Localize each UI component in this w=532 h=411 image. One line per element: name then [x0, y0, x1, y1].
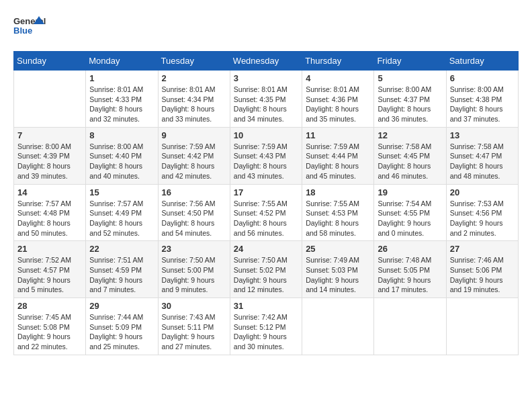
weekday-header: Friday	[374, 52, 446, 71]
day-number: 21	[17, 244, 82, 254]
day-info: Sunrise: 7:57 AM Sunset: 4:48 PM Dayligh…	[17, 199, 82, 238]
svg-text:Blue: Blue	[13, 26, 32, 36]
calendar-cell: 20Sunrise: 7:53 AM Sunset: 4:56 PM Dayli…	[446, 184, 518, 241]
day-number: 25	[306, 244, 370, 254]
calendar-cell	[374, 298, 446, 355]
calendar-cell: 15Sunrise: 7:57 AM Sunset: 4:49 PM Dayli…	[86, 184, 158, 241]
day-number: 12	[378, 130, 442, 140]
day-number: 26	[378, 244, 442, 254]
day-info: Sunrise: 8:01 AM Sunset: 4:34 PM Dayligh…	[162, 85, 226, 124]
calendar-cell: 12Sunrise: 7:58 AM Sunset: 4:45 PM Dayli…	[374, 127, 446, 184]
day-info: Sunrise: 7:50 AM Sunset: 5:00 PM Dayligh…	[162, 255, 226, 295]
calendar-cell: 26Sunrise: 7:48 AM Sunset: 5:05 PM Dayli…	[374, 241, 446, 298]
day-info: Sunrise: 8:00 AM Sunset: 4:40 PM Dayligh…	[89, 142, 154, 181]
day-number: 23	[162, 244, 226, 254]
calendar-cell: 2Sunrise: 8:01 AM Sunset: 4:34 PM Daylig…	[158, 71, 230, 128]
day-number: 15	[89, 187, 154, 197]
weekday-header: Sunday	[14, 52, 86, 71]
calendar-cell: 3Sunrise: 8:01 AM Sunset: 4:35 PM Daylig…	[230, 71, 302, 128]
calendar-cell: 24Sunrise: 7:50 AM Sunset: 5:02 PM Dayli…	[230, 241, 302, 298]
calendar-cell: 18Sunrise: 7:55 AM Sunset: 4:53 PM Dayli…	[302, 184, 374, 241]
day-info: Sunrise: 7:51 AM Sunset: 4:59 PM Dayligh…	[89, 255, 154, 295]
weekday-header: Wednesday	[230, 52, 302, 71]
day-number: 24	[234, 244, 298, 254]
day-info: Sunrise: 7:56 AM Sunset: 4:50 PM Dayligh…	[162, 199, 226, 238]
calendar-cell: 13Sunrise: 7:58 AM Sunset: 4:47 PM Dayli…	[446, 127, 518, 184]
calendar-cell: 16Sunrise: 7:56 AM Sunset: 4:50 PM Dayli…	[158, 184, 230, 241]
day-info: Sunrise: 7:58 AM Sunset: 4:45 PM Dayligh…	[378, 142, 442, 181]
day-number: 10	[234, 130, 298, 140]
day-info: Sunrise: 8:01 AM Sunset: 4:36 PM Dayligh…	[306, 85, 370, 124]
calendar-cell: 10Sunrise: 7:59 AM Sunset: 4:43 PM Dayli…	[230, 127, 302, 184]
day-info: Sunrise: 7:59 AM Sunset: 4:42 PM Dayligh…	[162, 142, 226, 181]
weekday-header: Thursday	[302, 52, 374, 71]
calendar-cell: 5Sunrise: 8:00 AM Sunset: 4:37 PM Daylig…	[374, 71, 446, 128]
day-info: Sunrise: 7:52 AM Sunset: 4:57 PM Dayligh…	[17, 255, 82, 295]
day-number: 2	[162, 73, 226, 83]
day-number: 19	[378, 187, 442, 197]
day-number: 13	[450, 130, 515, 140]
day-info: Sunrise: 7:43 AM Sunset: 5:11 PM Dayligh…	[162, 312, 226, 352]
day-number: 7	[17, 130, 82, 140]
day-number: 8	[89, 130, 154, 140]
day-number: 27	[450, 244, 515, 254]
day-number: 3	[234, 73, 298, 83]
calendar-cell: 6Sunrise: 8:00 AM Sunset: 4:38 PM Daylig…	[446, 71, 518, 128]
calendar-table: SundayMondayTuesdayWednesdayThursdayFrid…	[13, 51, 519, 355]
day-number: 14	[17, 187, 82, 197]
calendar-cell: 25Sunrise: 7:49 AM Sunset: 5:03 PM Dayli…	[302, 241, 374, 298]
day-info: Sunrise: 8:00 AM Sunset: 4:39 PM Dayligh…	[17, 142, 82, 181]
calendar-week-row: 14Sunrise: 7:57 AM Sunset: 4:48 PM Dayli…	[14, 184, 519, 241]
calendar-cell: 8Sunrise: 8:00 AM Sunset: 4:40 PM Daylig…	[86, 127, 158, 184]
calendar-week-row: 1Sunrise: 8:01 AM Sunset: 4:33 PM Daylig…	[14, 71, 519, 128]
day-number: 16	[162, 187, 226, 197]
day-number: 30	[162, 301, 226, 311]
day-info: Sunrise: 8:01 AM Sunset: 4:33 PM Dayligh…	[89, 85, 154, 124]
calendar-cell	[446, 298, 518, 355]
day-info: Sunrise: 7:42 AM Sunset: 5:12 PM Dayligh…	[234, 312, 298, 352]
day-info: Sunrise: 7:53 AM Sunset: 4:56 PM Dayligh…	[450, 199, 515, 238]
weekday-header: Tuesday	[158, 52, 230, 71]
day-number: 20	[450, 187, 515, 197]
day-number: 1	[89, 73, 154, 83]
day-number: 5	[378, 73, 442, 83]
calendar-cell: 11Sunrise: 7:59 AM Sunset: 4:44 PM Dayli…	[302, 127, 374, 184]
day-info: Sunrise: 7:50 AM Sunset: 5:02 PM Dayligh…	[234, 255, 298, 295]
calendar-cell: 9Sunrise: 7:59 AM Sunset: 4:42 PM Daylig…	[158, 127, 230, 184]
logo: General Blue	[13, 13, 46, 40]
day-info: Sunrise: 7:55 AM Sunset: 4:53 PM Dayligh…	[306, 199, 370, 238]
day-number: 6	[450, 73, 515, 83]
day-info: Sunrise: 7:46 AM Sunset: 5:06 PM Dayligh…	[450, 255, 515, 295]
day-info: Sunrise: 7:49 AM Sunset: 5:03 PM Dayligh…	[306, 255, 370, 295]
calendar-cell: 23Sunrise: 7:50 AM Sunset: 5:00 PM Dayli…	[158, 241, 230, 298]
day-info: Sunrise: 8:01 AM Sunset: 4:35 PM Dayligh…	[234, 85, 298, 124]
logo-svg: General Blue	[13, 13, 46, 40]
calendar-cell: 22Sunrise: 7:51 AM Sunset: 4:59 PM Dayli…	[86, 241, 158, 298]
day-number: 11	[306, 130, 370, 140]
calendar-cell: 28Sunrise: 7:45 AM Sunset: 5:08 PM Dayli…	[14, 298, 86, 355]
calendar-cell: 1Sunrise: 8:01 AM Sunset: 4:33 PM Daylig…	[86, 71, 158, 128]
page-header: General Blue	[13, 13, 519, 40]
day-number: 17	[234, 187, 298, 197]
day-info: Sunrise: 7:59 AM Sunset: 4:44 PM Dayligh…	[306, 142, 370, 181]
day-info: Sunrise: 8:00 AM Sunset: 4:37 PM Dayligh…	[378, 85, 442, 124]
day-info: Sunrise: 7:59 AM Sunset: 4:43 PM Dayligh…	[234, 142, 298, 181]
day-info: Sunrise: 7:54 AM Sunset: 4:55 PM Dayligh…	[378, 199, 442, 238]
calendar-cell: 27Sunrise: 7:46 AM Sunset: 5:06 PM Dayli…	[446, 241, 518, 298]
calendar-cell: 4Sunrise: 8:01 AM Sunset: 4:36 PM Daylig…	[302, 71, 374, 128]
day-info: Sunrise: 7:55 AM Sunset: 4:52 PM Dayligh…	[234, 199, 298, 238]
calendar-cell: 21Sunrise: 7:52 AM Sunset: 4:57 PM Dayli…	[14, 241, 86, 298]
day-number: 9	[162, 130, 226, 140]
day-number: 29	[89, 301, 154, 311]
day-info: Sunrise: 7:58 AM Sunset: 4:47 PM Dayligh…	[450, 142, 515, 181]
calendar-week-row: 21Sunrise: 7:52 AM Sunset: 4:57 PM Dayli…	[14, 241, 519, 298]
day-info: Sunrise: 7:57 AM Sunset: 4:49 PM Dayligh…	[89, 199, 154, 238]
calendar-cell	[14, 71, 86, 128]
calendar-header-row: SundayMondayTuesdayWednesdayThursdayFrid…	[14, 52, 519, 71]
day-info: Sunrise: 7:44 AM Sunset: 5:09 PM Dayligh…	[89, 312, 154, 352]
calendar-week-row: 7Sunrise: 8:00 AM Sunset: 4:39 PM Daylig…	[14, 127, 519, 184]
day-number: 31	[234, 301, 298, 311]
calendar-cell: 17Sunrise: 7:55 AM Sunset: 4:52 PM Dayli…	[230, 184, 302, 241]
calendar-cell: 31Sunrise: 7:42 AM Sunset: 5:12 PM Dayli…	[230, 298, 302, 355]
calendar-cell: 14Sunrise: 7:57 AM Sunset: 4:48 PM Dayli…	[14, 184, 86, 241]
